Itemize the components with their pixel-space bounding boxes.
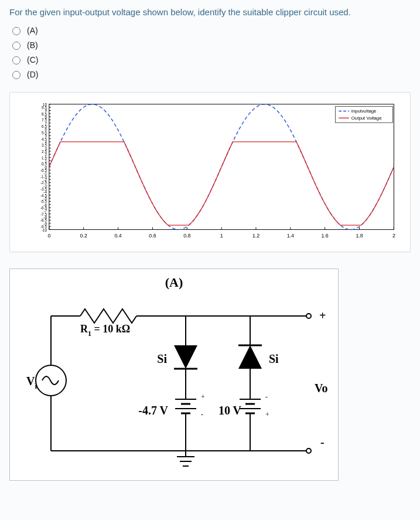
svg-text:0.2: 0.2	[80, 233, 87, 239]
output-minus: -	[320, 436, 325, 448]
battery2-label: 10 V	[218, 404, 242, 417]
option-b-label: (B)	[27, 40, 38, 50]
option-d[interactable]: (D)	[9, 67, 411, 81]
battery-1	[175, 395, 196, 422]
svg-text:2: 2	[392, 233, 395, 239]
svg-text:1: 1	[220, 233, 223, 239]
circuit-figure: (A)	[9, 269, 339, 481]
option-b[interactable]: (B)	[9, 38, 411, 52]
svg-marker-129	[238, 345, 262, 369]
circuit-title: (A)	[165, 275, 183, 290]
svg-marker-127	[174, 345, 197, 369]
option-d-radio[interactable]	[12, 71, 21, 79]
svg-text:1.8: 1.8	[356, 233, 363, 239]
waveform-figure: 00.20.40.60.811.21.41.61.82109.598.587.5…	[9, 92, 411, 252]
svg-text:Inputvoltage: Inputvoltage	[351, 108, 377, 114]
batt1-plus: +	[201, 393, 205, 401]
diode1-label: Si	[157, 352, 167, 365]
batt2-plus: +	[265, 410, 269, 419]
batt2-minus: -	[265, 393, 268, 401]
svg-text:0: 0	[47, 233, 50, 239]
svg-text:0.8: 0.8	[183, 233, 190, 239]
question-text: For the given input-output voltage shown…	[9, 7, 411, 17]
option-c-radio[interactable]	[12, 56, 21, 64]
option-a-label: (A)	[27, 26, 38, 35]
svg-text:1.4: 1.4	[287, 233, 294, 239]
resistor-label: R1 = 10 kΩ	[80, 323, 130, 338]
option-a[interactable]: (A)	[9, 23, 411, 38]
diode-2	[238, 345, 262, 369]
option-a-radio[interactable]	[12, 27, 21, 35]
output-node-bottom	[306, 448, 311, 453]
batt1-minus: -	[201, 410, 203, 419]
output-plus: +	[319, 309, 326, 322]
svg-text:Output Voltage: Output Voltage	[351, 115, 382, 121]
circuit-svg: (A)	[10, 269, 338, 480]
option-d-label: (D)	[27, 70, 38, 79]
svg-text:-10: -10	[42, 228, 47, 232]
diode2-label: Si	[269, 352, 279, 365]
output-node-top	[306, 314, 311, 318]
svg-text:0.6: 0.6	[149, 233, 156, 239]
svg-text:0.4: 0.4	[114, 233, 121, 239]
battery1-label: -4.7 V	[138, 404, 168, 417]
svg-text:1.2: 1.2	[252, 233, 259, 239]
battery-2	[240, 395, 261, 422]
waveform-svg: 00.20.40.60.811.21.41.61.82109.598.587.5…	[15, 97, 405, 247]
output-label: Vo	[315, 382, 328, 395]
svg-text:1.6: 1.6	[322, 233, 329, 239]
option-c[interactable]: (C)	[9, 52, 411, 67]
diode-1	[174, 345, 197, 369]
option-b-radio[interactable]	[12, 42, 21, 50]
option-c-label: (C)	[27, 55, 38, 64]
options-group: (A) (B) (C) (D)	[9, 23, 411, 81]
